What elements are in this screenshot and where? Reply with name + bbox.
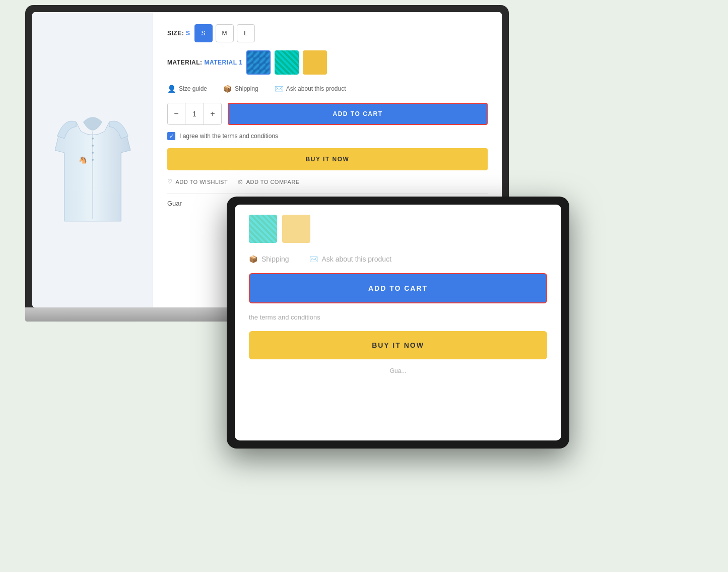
size-guide-icon: 👤 (167, 85, 176, 93)
tablet-outer: 📦 Shipping ✉️ Ask about this product ADD… (227, 197, 569, 449)
tablet-shipping-icon: 📦 (249, 255, 257, 263)
ask-product-link[interactable]: ✉️ Ask about this product (275, 85, 346, 93)
qty-increase-btn[interactable]: + (204, 103, 221, 125)
tablet-swatch-teal[interactable] (249, 215, 277, 243)
tablet-buy-now-button[interactable]: BUY IT NOW (249, 331, 547, 359)
size-btn-s[interactable]: S (194, 24, 213, 42)
tablet-guarantee-text: Gua... (390, 367, 407, 374)
add-to-compare-link[interactable]: ⚖ ADD TO COMPARE (238, 178, 300, 185)
info-links: 👤 Size guide 📦 Shipping ✉️ Ask about thi… (167, 85, 488, 93)
qty-decrease-btn[interactable]: − (168, 103, 185, 125)
tablet-ask-link[interactable]: ✉️ Ask about this product (309, 255, 392, 263)
svg-text:🐴: 🐴 (78, 156, 87, 164)
compare-text: ADD TO COMPARE (246, 179, 300, 185)
ask-product-text: Ask about this product (286, 85, 346, 92)
material-row: MATERIAL: Material 1 (167, 50, 488, 75)
shirt-image: 🐴 (47, 84, 138, 235)
size-guide-link[interactable]: 👤 Size guide (167, 85, 207, 93)
checkbox-check-icon: ✓ (169, 133, 174, 140)
tablet-terms: the terms and conditions (249, 313, 547, 321)
material-swatch-blue[interactable] (246, 50, 271, 75)
material-swatch-teal[interactable] (275, 50, 299, 75)
add-to-cart-button[interactable]: ADD TO CART (228, 103, 488, 125)
svg-point-1 (92, 138, 94, 140)
heart-icon: ♡ (167, 178, 173, 185)
svg-point-4 (92, 159, 94, 161)
size-btn-m[interactable]: M (216, 24, 234, 42)
tablet-shipping-link[interactable]: 📦 Shipping (249, 255, 289, 263)
size-options: S M L (194, 24, 255, 42)
material-options (246, 50, 327, 75)
tablet-swatches (249, 215, 547, 243)
size-guide-text: Size guide (179, 85, 207, 92)
tablet-ask-icon: ✉️ (309, 255, 318, 263)
terms-row: ✓ I agree with the terms and conditions (167, 132, 488, 140)
size-selected: S (186, 30, 190, 37)
tablet-swatch-yellow[interactable] (282, 215, 310, 243)
cart-row: − 1 + ADD TO CART (167, 103, 488, 125)
compare-icon: ⚖ (238, 178, 243, 185)
qty-value: 1 (185, 103, 204, 124)
tablet-shipping-text: Shipping (261, 255, 289, 263)
shipping-icon: 📦 (223, 85, 232, 93)
add-to-wishlist-link[interactable]: ♡ ADD TO WISHLIST (167, 178, 228, 185)
terms-checkbox[interactable]: ✓ (167, 132, 175, 140)
buy-now-button[interactable]: BUY IT NOW (167, 148, 488, 170)
wishlist-text: ADD TO WISHLIST (176, 179, 228, 185)
ask-icon: ✉️ (275, 85, 283, 93)
qty-control[interactable]: − 1 + (167, 103, 222, 125)
product-image-col: 🐴 (32, 12, 153, 307)
action-links: ♡ ADD TO WISHLIST ⚖ ADD TO COMPARE (167, 178, 488, 185)
svg-point-2 (92, 145, 94, 147)
svg-point-3 (92, 152, 94, 154)
material-swatch-yellow[interactable] (303, 50, 327, 75)
tablet-screen: 📦 Shipping ✉️ Ask about this product ADD… (235, 205, 561, 440)
guarantee-text: Guar (167, 200, 182, 207)
tablet-device: 📦 Shipping ✉️ Ask about this product ADD… (227, 197, 569, 449)
terms-text: I agree with the terms and conditions (179, 133, 278, 140)
tablet-add-to-cart-button[interactable]: ADD TO CART (249, 273, 547, 303)
size-label: SIZE: S (167, 30, 190, 37)
tablet-guarantee: Gua... (249, 367, 547, 374)
material-selected: Material 1 (204, 59, 242, 66)
size-btn-l[interactable]: L (237, 24, 255, 42)
tablet-info-links: 📦 Shipping ✉️ Ask about this product (249, 255, 547, 263)
shipping-text: Shipping (235, 85, 258, 92)
material-label: MATERIAL: Material 1 (167, 59, 242, 66)
tablet-ask-text: Ask about this product (322, 255, 392, 263)
shipping-link[interactable]: 📦 Shipping (223, 85, 258, 93)
tablet-terms-text: the terms and conditions (249, 313, 320, 321)
size-row: SIZE: S S M L (167, 24, 488, 42)
